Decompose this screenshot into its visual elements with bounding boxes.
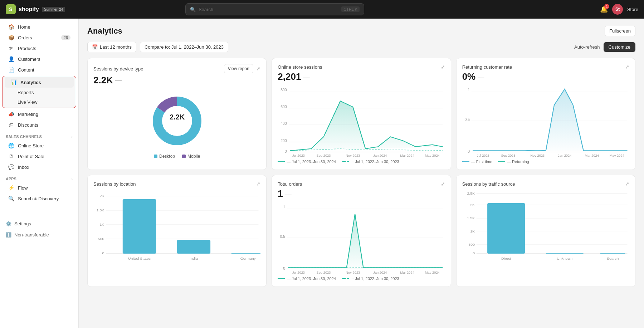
donut-svg: 2.2K — [148,92,206,150]
location-bar-svg: 2K 1.5K 1K 500 0 [93,188,260,267]
search-input[interactable] [199,7,338,12]
compare-filter-button[interactable]: Compare to: Jul 1, 2022–Jun 30, 2023 [140,42,228,52]
svg-text:800: 800 [280,88,287,92]
svg-rect-44 [231,253,261,254]
returning-customer-rate-card: Returning customer rate ⤢ 0% — 1 0.5 0 [456,58,635,170]
flow-icon: ⚡ [8,185,14,191]
svg-text:Jan 2024: Jan 2024 [373,271,387,274]
svg-text:0.5: 0.5 [464,118,470,122]
legend-orders-line-1: — Jul 1, 2023–Jun 30, 2024 [278,276,336,281]
date-filter-button[interactable]: 📅 Last 12 months [87,42,136,52]
svg-text:0: 0 [473,251,475,255]
sidebar-item-products[interactable]: 🛍 Products [2,43,76,54]
search-shortcut: CTRL K [341,6,360,12]
online-sessions-line-chart: 800 600 400 200 0 Jul 2023 Sep 2023 [278,85,445,157]
sidebar-item-home[interactable]: 🏠 Home [2,21,76,32]
chart-expand-icon[interactable]: ⤢ [625,64,629,70]
sidebar-item-orders[interactable]: 📦 Orders 26 [2,32,76,43]
sidebar-item-content[interactable]: 📄 Content [2,64,76,75]
sidebar-item-label: Home [18,24,30,30]
svg-text:Mar 2024: Mar 2024 [400,271,414,274]
sales-channels-expand[interactable]: › [72,135,73,139]
svg-rect-42 [123,199,156,254]
svg-text:2.5K: 2.5K [467,192,475,195]
sidebar-settings[interactable]: ⚙️ Settings [0,218,78,229]
sidebar-item-search-discovery[interactable]: 🔍 Search & Discovery [2,193,76,204]
svg-text:India: India [190,257,198,260]
charts-grid: Sessions by device type View report ⤢ 2.… [87,58,635,287]
svg-text:500: 500 [468,243,475,246]
sidebar-item-customers[interactable]: 👤 Customers [2,54,76,64]
sidebar-non-transferable[interactable]: ℹ️ Non-transferable [0,229,78,240]
main-content: Analytics Fullscreen 📅 Last 12 months Co… [79,19,644,328]
svg-text:Jul 2023: Jul 2023 [292,154,305,157]
store-avatar[interactable]: St [612,4,623,15]
sidebar-item-label: Customers [18,57,40,62]
sessions-location-bar-chart: 2K 1.5K 1K 500 0 [93,188,260,260]
svg-text:Mar 2024: Mar 2024 [585,154,599,157]
svg-text:1K: 1K [470,230,475,233]
svg-text:0: 0 [285,150,287,153]
shopify-logo-icon: S [6,4,16,14]
svg-text:May 2024: May 2024 [425,271,440,274]
sidebar-item-label: Search & Discovery [18,196,59,201]
line-svg: 800 600 400 200 0 Jul 2023 Sep 2023 [278,85,445,157]
returning-rate-line-chart: 1 0.5 0 Jul 2023 Sep 2023 Nov 2023 Jan 2… [462,85,629,157]
sidebar-item-label: Products [18,46,36,51]
sessions-by-location-title: Sessions by location ⤢ [93,181,260,187]
fullscreen-button[interactable]: Fullscreen [605,26,635,36]
chart-expand-icon[interactable]: ⤢ [256,181,260,187]
mobile-legend: Mobile [182,154,200,159]
sidebar-item-flow[interactable]: ⚡ Flow [2,182,76,193]
sidebar-item-live-view[interactable]: Live View [5,97,74,107]
compare-filter-label: Compare to: Jul 1, 2022–Jun 30, 2023 [145,44,224,50]
sidebar-item-marketing[interactable]: 📣 Marketing [2,109,76,119]
chart-expand-icon[interactable]: ⤢ [256,66,260,72]
donut-chart: 2.2K — Desktop Mobile [93,89,260,162]
sidebar-item-reports[interactable]: Reports [5,88,74,97]
customize-button[interactable]: Customize [604,42,635,52]
chart-expand-icon[interactable]: ⤢ [625,181,629,187]
sessions-by-location-card: Sessions by location ⤢ 2K 1.5K 1K 500 0 [87,175,267,287]
customers-icon: 👤 [8,56,14,62]
view-report-button[interactable]: View report [224,64,253,73]
sessions-by-device-title: Sessions by device type View report ⤢ [93,64,260,73]
svg-rect-72 [487,203,525,254]
sessions-by-device-value: 2.2K — [93,75,260,86]
sidebar-item-discounts[interactable]: 🏷 Discounts [2,119,76,130]
svg-text:600: 600 [280,105,287,109]
sessions-by-device-card: Sessions by device type View report ⤢ 2.… [87,58,267,170]
notifications-button[interactable]: 🔔 1 [600,5,608,13]
svg-text:1.5K: 1.5K [467,216,475,220]
sidebar-item-analytics[interactable]: 📊 Analytics [5,77,74,88]
app-body: 🏠 Home 📦 Orders 26 🛍 Products 👤 Customer… [0,19,644,328]
store-label[interactable]: Store [627,7,638,12]
svg-text:2.2K: 2.2K [170,113,185,121]
traffic-bar-svg: 2.5K 2K 1.5K 1K 500 0 [462,188,629,267]
auto-refresh-label: Auto-refresh [574,44,600,50]
chart-expand-icon[interactable]: ⤢ [441,64,445,70]
sidebar-item-label: Online Store [18,143,44,148]
total-orders-card: Total orders ⤢ 1 — 1 0.5 0 Jul 2023 [272,175,451,287]
chart-expand-icon[interactable]: ⤢ [441,181,445,187]
online-store-sessions-card: Online store sessions ⤢ 2,201 — 800 600 … [272,58,451,170]
non-transferable-label: Non-transferable [14,232,49,238]
search-bar[interactable]: 🔍 CTRL K [185,3,364,15]
sidebar-item-inbox[interactable]: 💬 Inbox [2,162,76,172]
content-icon: 📄 [8,67,14,73]
sidebar-item-online-store[interactable]: 🌐 Online Store [2,140,76,151]
reports-label: Reports [18,90,34,95]
svg-text:1: 1 [468,88,470,92]
legend-line-1: — Jul 1, 2023–Jun 30, 2024 [278,160,336,164]
svg-text:May 2024: May 2024 [425,154,440,157]
legend-first-time: — First time [462,160,492,164]
sidebar-item-point-of-sale[interactable]: 🖥 Point of Sale [2,151,76,162]
svg-text:500: 500 [98,237,104,241]
apps-expand[interactable]: › [72,177,73,181]
discounts-icon: 🏷 [8,122,14,128]
legend-line-2: ··· Jul 1, 2022–Jun 30, 2023 [342,160,399,164]
analytics-icon: 📊 [10,79,17,85]
total-orders-value: 1 — [278,188,445,199]
sidebar-item-label: Marketing [18,112,38,117]
logo-area[interactable]: S shopify Summer '24 [6,4,65,14]
